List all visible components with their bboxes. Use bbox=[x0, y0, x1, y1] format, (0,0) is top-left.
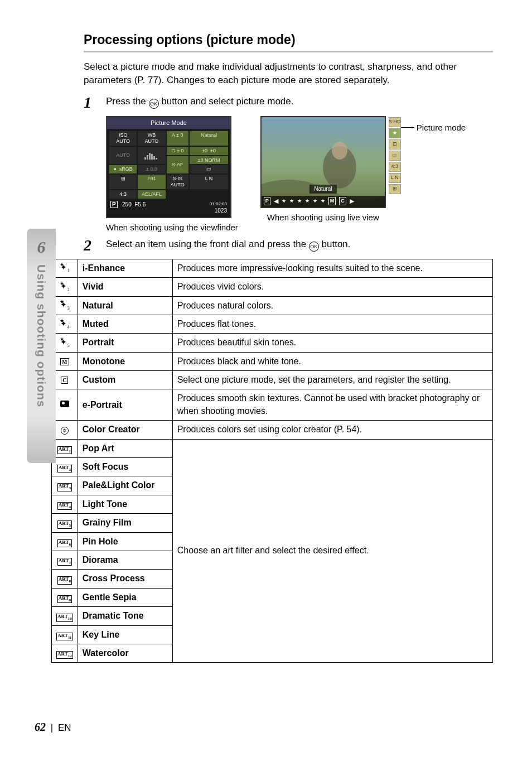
mode-name: Soft Focus bbox=[78, 458, 172, 476]
mode-name: Vivid bbox=[78, 278, 172, 296]
viewfinder-caption: When shooting using the viewfinder bbox=[106, 221, 238, 233]
g-cell: G ± 0 bbox=[167, 147, 188, 155]
step-2-text: Select an item using the front dial and … bbox=[106, 238, 351, 252]
norm-cell: ±0 NORM bbox=[190, 156, 228, 165]
mode-desc: Produces black and white tone. bbox=[172, 352, 492, 370]
ratio-cell: 4:3 bbox=[109, 190, 137, 199]
ael-cell: AEL/AFL bbox=[138, 190, 165, 199]
table-row: ✦2 Vivid Produces vivid colors. bbox=[52, 278, 493, 296]
mode-name: Pop Art bbox=[78, 439, 172, 457]
screenshots-row: Picture Mode ISO AUTO WB AUTO A ± 0 Natu… bbox=[106, 116, 493, 233]
liveview-caption: When shooting using live view bbox=[260, 211, 386, 223]
mode-name: Light Tone bbox=[78, 495, 172, 513]
step-1-text: Press the OK button and select picture m… bbox=[106, 95, 293, 109]
table-row: ✦3 Natural Produces natural colors. bbox=[52, 296, 493, 315]
art8-icon: ART8 bbox=[52, 570, 78, 588]
side-icon-4: 4:3 bbox=[389, 162, 401, 172]
mode-name: Dramatic Tone bbox=[78, 607, 172, 625]
table-row: ✦5 Portrait Produces beautiful skin tone… bbox=[52, 334, 493, 352]
mode-name: Custom bbox=[78, 371, 172, 389]
table-row: e-Portrait Produces smooth skin textures… bbox=[52, 389, 493, 421]
mode-name: Natural bbox=[78, 296, 172, 315]
table-row: C Custom Select one picture mode, set th… bbox=[52, 371, 493, 389]
art12-icon: ART12 bbox=[52, 644, 78, 662]
mode-name: Diorama bbox=[78, 551, 172, 569]
live-screen: Natural P ◀ ★ ★ ★ ★ ★ ★ M C ▶ S:HD ★ bbox=[260, 116, 386, 208]
chapter-tab: 6 Using shooting options bbox=[27, 229, 56, 463]
mode-p-icon: P bbox=[110, 201, 118, 208]
side-icon-5: L N bbox=[389, 173, 401, 183]
hist-cell bbox=[138, 147, 165, 165]
page-number: 62 bbox=[35, 721, 46, 733]
lcd-panel: Picture Mode ISO AUTO WB AUTO A ± 0 Natu… bbox=[106, 116, 231, 218]
shutter-value: 250 bbox=[122, 201, 132, 208]
fnum-value: F5.6 bbox=[134, 201, 146, 208]
mode-name: i-Enhance bbox=[78, 259, 172, 277]
page-footer: 62 | EN bbox=[35, 719, 71, 735]
side-icon-2: ⊡ bbox=[389, 139, 401, 150]
mode-desc: Produces more impressive-looking results… bbox=[172, 259, 492, 277]
shots-left: 1023 bbox=[210, 207, 227, 215]
mode-name: Color Creator bbox=[78, 421, 172, 439]
step-1: 1 Press the OK button and select picture… bbox=[84, 95, 493, 110]
rect-cell: ▭ bbox=[190, 165, 228, 173]
svg-rect-2 bbox=[149, 153, 151, 160]
rec-time: 01:02:03 bbox=[210, 201, 227, 207]
a-cell: A ± 0 bbox=[167, 131, 188, 146]
live-strip: P ◀ ★ ★ ★ ★ ★ ★ M C ▶ bbox=[262, 196, 385, 207]
sis-cell: S-IS AUTO bbox=[167, 175, 188, 189]
art-desc: Choose an art filter and select the desi… bbox=[172, 439, 492, 663]
step-1-number: 1 bbox=[84, 95, 97, 110]
fn-cell: Fn1 bbox=[138, 175, 165, 189]
wb-cell: WB AUTO bbox=[138, 131, 165, 146]
grid-cell: ⊞ bbox=[109, 175, 137, 189]
table-row: ✦1 i-Enhance Produces more impressive-lo… bbox=[52, 259, 493, 277]
srgb-cell: ● sRGB bbox=[109, 165, 137, 173]
flash-cell: AUTO bbox=[109, 147, 137, 165]
table-row: ✦4 Muted Produces flat tones. bbox=[52, 315, 493, 333]
mode-name: Grainy Film bbox=[78, 514, 172, 532]
lcd-grid: ISO AUTO WB AUTO A ± 0 Natural AUTO G ± … bbox=[109, 131, 228, 198]
leader-label: Picture mode bbox=[417, 122, 466, 133]
picture-mode-table: ✦1 i-Enhance Produces more impressive-lo… bbox=[51, 259, 493, 663]
section-intro: Select a picture mode and make individua… bbox=[84, 60, 493, 87]
chapter-label: Using shooting options bbox=[33, 264, 49, 407]
mode-name: Cross Process bbox=[78, 570, 172, 588]
step-2: 2 Select an item using the front dial an… bbox=[84, 238, 493, 253]
live-tag: Natural bbox=[309, 185, 336, 194]
mode-name: Pale&Light Color bbox=[78, 476, 172, 495]
side-icon-0: S:HD bbox=[389, 117, 401, 127]
side-icon-1: ★ bbox=[389, 128, 401, 138]
lcd-footer: P 250 F5.6 01:02:03 1023 bbox=[109, 199, 228, 215]
mode-name: Muted bbox=[78, 315, 172, 333]
step-2-number: 2 bbox=[84, 238, 97, 253]
mode-name: Pin Hole bbox=[78, 532, 172, 551]
art9-icon: ART9 bbox=[52, 588, 78, 606]
ok-button-icon: OK bbox=[149, 99, 159, 109]
art5-icon: ART5 bbox=[52, 514, 78, 532]
chapter-number: 6 bbox=[37, 235, 46, 259]
mode-name: Key Line bbox=[78, 625, 172, 644]
live-p-badge: P bbox=[264, 197, 270, 205]
svg-point-7 bbox=[332, 142, 347, 160]
mode-desc: Produces smooth skin textures. Cannot be… bbox=[172, 389, 492, 421]
art7-icon: ART7 bbox=[52, 551, 78, 569]
svg-rect-0 bbox=[144, 157, 146, 160]
art3-icon: ART3 bbox=[52, 476, 78, 495]
svg-rect-1 bbox=[147, 155, 148, 160]
ev-cell: ± 0.0 bbox=[138, 165, 165, 173]
mode-name: Gentle Sepia bbox=[78, 588, 172, 606]
mode-desc: Produces flat tones. bbox=[172, 315, 492, 333]
table-row: ART1 Pop Art Choose an art filter and se… bbox=[52, 439, 493, 457]
ln-cell: L N bbox=[190, 175, 228, 189]
right-arrow-icon: ▶ bbox=[350, 197, 354, 205]
art10-icon: ART10 bbox=[52, 607, 78, 625]
side-icon-3: ▭ bbox=[389, 151, 401, 161]
natural-cell: Natural bbox=[190, 131, 228, 146]
page-lang: EN bbox=[58, 722, 71, 733]
mode-name: Watercolor bbox=[78, 644, 172, 662]
art11-icon: ART11 bbox=[52, 625, 78, 644]
svg-rect-4 bbox=[153, 156, 155, 160]
art6-icon: ART6 bbox=[52, 532, 78, 551]
mode-name: Monotone bbox=[78, 352, 172, 370]
